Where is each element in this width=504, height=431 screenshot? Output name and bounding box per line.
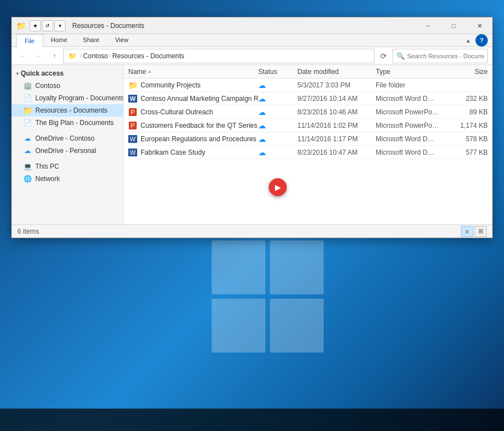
forward-button[interactable]: → bbox=[32, 49, 45, 63]
help-button[interactable]: ? bbox=[475, 34, 488, 47]
path-resources[interactable]: Resources - Documents bbox=[112, 52, 184, 60]
table-row[interactable]: W Fabrikam Case Study ☁ 8/23/2016 10:47 … bbox=[124, 146, 492, 159]
sidebar-onedrive-contoso-label: OneDrive - Contoso bbox=[35, 135, 95, 142]
file-name-cross-cultural: P Cross-Cultural Outreach bbox=[128, 108, 258, 117]
sidebar-resources-label: Resources - Documents bbox=[35, 106, 108, 114]
sidebar-item-network[interactable]: 🌐 Network bbox=[12, 173, 123, 185]
search-box[interactable]: 🔍 bbox=[393, 49, 488, 63]
file-status-european-regs: ☁ bbox=[258, 135, 297, 143]
sidebar-item-bigplan[interactable]: 📄 The Big Plan - Documents bbox=[12, 117, 123, 129]
file-modified-fabrikam: 8/23/2016 10:47 AM bbox=[297, 149, 376, 156]
details-view-button[interactable]: ⊞ bbox=[474, 226, 487, 237]
quick-access-label: Quick access bbox=[21, 69, 64, 77]
file-name-customers-feedback: P Customers Feedback for the QT Series bbox=[128, 121, 258, 130]
file-type-cross-cultural: Microsoft PowerPo… bbox=[376, 108, 449, 116]
ribbon: File Home Share View ▲ ? bbox=[12, 34, 492, 47]
file-modified-cross-cultural: 8/23/2016 10:46 AM bbox=[297, 108, 376, 116]
sidebar-item-onedrive-contoso[interactable]: ☁ OneDrive - Contoso bbox=[12, 132, 123, 145]
loyalty-icon: 📄 bbox=[23, 94, 32, 103]
sidebar-item-thispc[interactable]: 💻 This PC bbox=[12, 160, 123, 173]
bigplan-icon: 📄 bbox=[23, 118, 32, 127]
tab-share[interactable]: Share bbox=[75, 34, 107, 47]
undo-btn[interactable]: ↺ bbox=[42, 20, 53, 31]
tab-view[interactable]: View bbox=[107, 34, 136, 47]
column-headers: Name ▲ Status Date modified Type Size bbox=[124, 65, 492, 78]
address-path[interactable]: 📁 › Contoso › Resources - Documents bbox=[63, 49, 375, 63]
tab-file[interactable]: File bbox=[16, 34, 43, 47]
file-modified-european-regs: 11/14/2016 1:17 PM bbox=[297, 135, 376, 143]
close-button[interactable]: ✕ bbox=[466, 17, 492, 34]
file-type-fabrikam: Microsoft Word D… bbox=[376, 149, 449, 156]
file-status-customers-feedback: ☁ bbox=[258, 121, 297, 130]
back-button[interactable]: ← bbox=[16, 49, 30, 63]
sidebar-contoso-label: Contoso bbox=[35, 82, 60, 90]
sort-arrow-icon: ▲ bbox=[147, 69, 152, 74]
col-header-status[interactable]: Status bbox=[258, 68, 297, 76]
quick-dropdown-btn[interactable]: ▾ bbox=[54, 20, 66, 31]
file-size-european-regs: 578 KB bbox=[449, 135, 488, 143]
cloud-sync-icon: ☁ bbox=[258, 81, 266, 90]
path-contoso[interactable]: Contoso bbox=[83, 52, 108, 60]
cursor-arrow-icon: ▶ bbox=[275, 183, 281, 192]
quick-access-header[interactable]: ▾ Quick access bbox=[12, 67, 123, 80]
file-size-fabrikam: 577 KB bbox=[449, 149, 488, 156]
file-type-community: File folder bbox=[376, 81, 449, 89]
tab-home[interactable]: Home bbox=[43, 34, 75, 47]
col-header-name[interactable]: Name ▲ bbox=[128, 68, 258, 76]
file-status-contoso-report: ☁ bbox=[258, 94, 297, 103]
list-view-button[interactable]: ≡ bbox=[461, 226, 473, 237]
quick-access-pin[interactable]: ★ bbox=[30, 20, 41, 31]
maximize-button[interactable]: □ bbox=[441, 17, 466, 34]
sidebar-bigplan-label: The Big Plan - Documents bbox=[35, 119, 114, 127]
search-icon: 🔍 bbox=[396, 52, 405, 60]
sidebar-item-contoso[interactable]: 🏢 Contoso bbox=[12, 80, 123, 92]
folder-file-icon: 📁 bbox=[128, 81, 137, 90]
folder-icon: 📁 bbox=[16, 21, 25, 30]
ppt-doc-icon: P bbox=[128, 108, 137, 117]
col-header-size[interactable]: Size bbox=[449, 68, 488, 76]
minimize-button[interactable]: − bbox=[415, 17, 441, 34]
sidebar-item-loyalty[interactable]: 📄 Loyalty Program - Documents bbox=[12, 92, 123, 104]
file-type-contoso-report: Microsoft Word D… bbox=[376, 95, 449, 103]
file-type-european-regs: Microsoft Word D… bbox=[376, 135, 449, 143]
table-row[interactable]: W Contoso Annual Marketing Campaign Repo… bbox=[124, 92, 492, 105]
cloud-sync-icon: ☁ bbox=[258, 148, 266, 157]
table-row[interactable]: P Customers Feedback for the QT Series ☁… bbox=[124, 119, 492, 132]
up-button[interactable]: ↑ bbox=[48, 49, 61, 63]
network-icon: 🌐 bbox=[23, 174, 32, 183]
cloud-sync-icon: ☁ bbox=[258, 135, 266, 143]
sidebar-onedrive-personal-label: OneDrive - Personal bbox=[35, 147, 96, 155]
file-modified-customers-feedback: 11/14/2016 1:02 PM bbox=[297, 122, 376, 129]
taskbar[interactable] bbox=[0, 409, 504, 431]
resources-icon: 📁 bbox=[23, 106, 32, 115]
col-header-modified[interactable]: Date modified bbox=[297, 68, 376, 76]
search-input[interactable] bbox=[407, 53, 484, 59]
table-row[interactable]: W European Regulations and Procedures ☁ … bbox=[124, 132, 492, 146]
address-bar: ← → ↑ 📁 › Contoso › Resources - Document… bbox=[12, 47, 492, 65]
contoso-icon: 🏢 bbox=[23, 81, 32, 90]
file-name-contoso-report: W Contoso Annual Marketing Campaign Repo… bbox=[128, 94, 258, 103]
file-size-cross-cultural: 89 KB bbox=[449, 108, 488, 116]
file-status-community: ☁ bbox=[258, 81, 297, 90]
file-status-fabrikam: ☁ bbox=[258, 148, 297, 157]
window-controls: − □ ✕ bbox=[415, 17, 492, 34]
sidebar-item-resources[interactable]: 📁 Resources - Documents bbox=[12, 104, 123, 117]
col-header-type[interactable]: Type bbox=[376, 68, 449, 76]
onedrive-contoso-icon: ☁ bbox=[23, 134, 32, 143]
file-status-cross-cultural: ☁ bbox=[258, 108, 297, 117]
view-controls: ≡ ⊞ bbox=[461, 226, 487, 237]
file-modified-contoso-report: 9/27/2016 10:14 AM bbox=[297, 95, 376, 103]
onedrive-personal-icon: ☁ bbox=[23, 146, 32, 155]
word-doc-icon3: W bbox=[128, 148, 137, 157]
status-bar: 6 items ≡ ⊞ bbox=[12, 224, 492, 238]
sidebar: ▾ Quick access 🏢 Contoso 📄 Loyalty Progr… bbox=[12, 65, 124, 224]
title-quick-access: ★ ↺ ▾ bbox=[30, 20, 66, 31]
refresh-button[interactable]: ⟳ bbox=[377, 49, 390, 63]
sidebar-loyalty-label: Loyalty Program - Documents bbox=[35, 94, 123, 102]
cloud-sync-icon: ☁ bbox=[258, 121, 266, 130]
main-content: ▾ Quick access 🏢 Contoso 📄 Loyalty Progr… bbox=[12, 65, 492, 224]
sidebar-item-onedrive-personal[interactable]: ☁ OneDrive - Personal bbox=[12, 145, 123, 157]
table-row[interactable]: 📁 Community Projects ☁ 5/3/2017 3:03 PM … bbox=[124, 78, 492, 92]
ribbon-collapse-button[interactable]: ▲ bbox=[463, 35, 473, 45]
table-row[interactable]: P Cross-Cultural Outreach ☁ 8/23/2016 10… bbox=[124, 105, 492, 119]
